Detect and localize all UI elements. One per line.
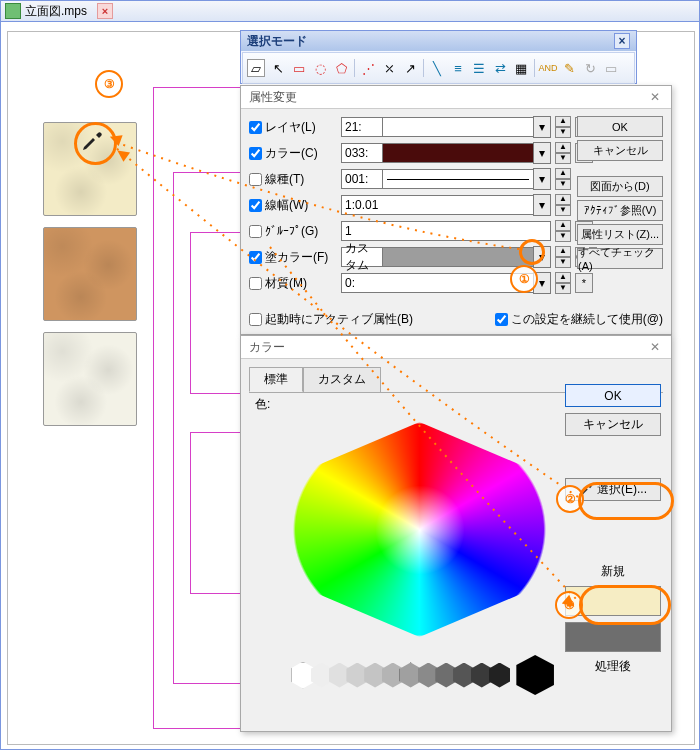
document-filename: 立面図.mps bbox=[25, 3, 87, 20]
fillcolor-checkbox[interactable]: 塗カラー(F) bbox=[249, 249, 337, 266]
active-ref-button[interactable]: ｱｸﾃｨﾌﾞ参照(V) bbox=[577, 200, 663, 221]
linewidth-combo[interactable]: 1:0.01▾ bbox=[341, 195, 551, 215]
mode-cross-icon[interactable]: ⤫ bbox=[381, 60, 397, 76]
mode-multi-icon[interactable]: ≡ bbox=[450, 60, 466, 76]
check-all-button[interactable]: すべてチェック(A) bbox=[577, 248, 663, 269]
color-value: 033: bbox=[341, 143, 382, 163]
attr-footer: 起動時にアクティブ属性(B) この設定を継続して使用(@) bbox=[249, 311, 663, 328]
color-label: 色: bbox=[255, 396, 270, 413]
mode-hatch-icon[interactable]: ▦ bbox=[513, 60, 529, 76]
fillcolor-spinner[interactable]: ▲▼ bbox=[555, 246, 571, 268]
ok-button[interactable]: OK bbox=[565, 384, 661, 407]
mode-redo-icon[interactable]: ↻ bbox=[582, 60, 598, 76]
linewidth-value: 1:0.01 bbox=[341, 195, 533, 215]
mode-select-icon[interactable]: ▭ bbox=[603, 60, 619, 76]
close-icon[interactable]: × bbox=[614, 33, 630, 49]
close-icon[interactable]: ✕ bbox=[647, 89, 663, 105]
material-swatch-terracotta[interactable] bbox=[43, 227, 137, 321]
color-combo[interactable]: 033:▾ bbox=[341, 143, 551, 163]
linetype-combo[interactable]: 001:▾ bbox=[341, 169, 551, 189]
separator bbox=[423, 59, 424, 77]
doc-icon bbox=[5, 3, 21, 19]
linetype-checkbox[interactable]: 線種(T) bbox=[249, 171, 337, 188]
material-spinner[interactable]: ▲▼ bbox=[555, 272, 571, 294]
group-spinner[interactable]: ▲▼ bbox=[555, 220, 571, 242]
linewidth-spinner[interactable]: ▲▼ bbox=[555, 194, 571, 216]
group-checkbox[interactable]: ｸﾞﾙｰﾌﾟ(G) bbox=[249, 224, 337, 238]
mode-line-icon[interactable]: ╲ bbox=[429, 60, 445, 76]
wireframe bbox=[190, 232, 247, 394]
chevron-down-icon[interactable]: ▾ bbox=[533, 194, 551, 216]
persist-setting-checkbox[interactable]: この設定を継続して使用(@) bbox=[495, 311, 663, 328]
layer-spinner[interactable]: ▲▼ bbox=[555, 116, 571, 138]
attr-buttons: OK キャンセル 図面から(D) ｱｸﾃｨﾌﾞ参照(V) 属性リスト(Z)...… bbox=[577, 116, 663, 269]
chevron-down-icon[interactable]: ▾ bbox=[533, 142, 551, 164]
callout-ring-select bbox=[578, 482, 674, 520]
callout-ring-swatch bbox=[579, 585, 671, 625]
cancel-button[interactable]: キャンセル bbox=[565, 413, 661, 436]
color-dialog-titlebar: カラー ✕ bbox=[241, 336, 671, 359]
group-combo[interactable]: 1 bbox=[341, 221, 551, 241]
cancel-button[interactable]: キャンセル bbox=[577, 140, 663, 161]
color-label: カラー(C) bbox=[265, 145, 318, 162]
fillcolor-value: カスタム bbox=[341, 247, 382, 267]
mode-swap-icon[interactable]: ⇄ bbox=[492, 60, 508, 76]
material-swatch-white[interactable] bbox=[43, 332, 137, 426]
eyedropper-icon bbox=[80, 129, 104, 153]
tab-custom[interactable]: カスタム bbox=[303, 367, 381, 392]
from-drawing-button[interactable]: 図面から(D) bbox=[577, 176, 663, 197]
color-spinner[interactable]: ▲▼ bbox=[555, 142, 571, 164]
linetype-spinner[interactable]: ▲▼ bbox=[555, 168, 571, 190]
tab-standard[interactable]: 標準 bbox=[249, 367, 303, 392]
mode-arrow-icon[interactable]: ↖ bbox=[270, 60, 286, 76]
wireframe bbox=[190, 432, 247, 594]
ok-button[interactable]: OK bbox=[577, 116, 663, 137]
linetype-value: 001: bbox=[341, 169, 382, 189]
color-hex-panel bbox=[293, 422, 554, 682]
mode-poly-icon[interactable]: ⬠ bbox=[333, 60, 349, 76]
separator bbox=[534, 59, 535, 77]
current-label: 処理後 bbox=[565, 658, 661, 675]
mode-trace-icon[interactable]: ✎ bbox=[561, 60, 577, 76]
layer-combo[interactable]: 21:▾ bbox=[341, 117, 551, 137]
mode-node-icon[interactable]: ⋰ bbox=[360, 60, 376, 76]
select-mode-buttons: ▱ ↖ ▭ ◌ ⬠ ⋰ ⤫ ↗ ╲ ≡ ☰ ⇄ ▦ AND ✎ ↻ ▭ bbox=[242, 52, 635, 84]
color-hex-picker[interactable] bbox=[293, 422, 546, 637]
group-label: ｸﾞﾙｰﾌﾟ(G) bbox=[265, 224, 318, 238]
linewidth-checkbox[interactable]: 線幅(W) bbox=[249, 197, 337, 214]
linewidth-label: 線幅(W) bbox=[265, 197, 308, 214]
color-checkbox[interactable]: カラー(C) bbox=[249, 145, 337, 162]
color-dialog: カラー ✕ 標準 カスタム 色: OK キャンセル bbox=[240, 335, 672, 732]
mode-pointer-icon[interactable]: ▱ bbox=[247, 59, 265, 77]
mode-lasso-icon[interactable]: ◌ bbox=[312, 60, 328, 76]
callout-1: ① bbox=[510, 265, 538, 293]
group-value: 1 bbox=[341, 221, 551, 241]
mode-pick-icon[interactable]: ↗ bbox=[402, 60, 418, 76]
black-hex[interactable] bbox=[516, 655, 554, 695]
layer-checkbox[interactable]: レイヤ(L) bbox=[249, 119, 337, 136]
doc-close-icon[interactable]: × bbox=[97, 3, 113, 19]
attribute-change-dialog: 属性変更 ✕ レイヤ(L) 21:▾ ▲▼* 連続(R) カラー(C) 033:… bbox=[240, 85, 672, 335]
gray-scale-row[interactable] bbox=[293, 655, 554, 695]
callout-3: ③ bbox=[95, 70, 123, 98]
separator bbox=[354, 59, 355, 77]
chevron-down-icon[interactable]: ▾ bbox=[533, 168, 551, 190]
chevron-down-icon[interactable]: ▾ bbox=[533, 116, 551, 138]
startup-active-checkbox[interactable]: 起動時にアクティブ属性(B) bbox=[249, 311, 413, 328]
startup-active-label: 起動時にアクティブ属性(B) bbox=[265, 311, 413, 328]
color-dialog-title: カラー bbox=[249, 339, 285, 356]
mode-and-icon[interactable]: AND bbox=[540, 60, 556, 76]
select-mode-title: 選択モード bbox=[247, 33, 307, 50]
mode-rect-icon[interactable]: ▭ bbox=[291, 60, 307, 76]
layer-label: レイヤ(L) bbox=[265, 119, 316, 136]
close-icon[interactable]: ✕ bbox=[647, 339, 663, 355]
star-button[interactable]: * bbox=[575, 273, 593, 293]
linetype-label: 線種(T) bbox=[265, 171, 304, 188]
mode-bars-icon[interactable]: ☰ bbox=[471, 60, 487, 76]
swatch-current bbox=[565, 622, 661, 652]
callout-ring-c bbox=[519, 239, 545, 265]
material-checkbox[interactable]: 材質(M) bbox=[249, 275, 337, 292]
attr-list-button[interactable]: 属性リスト(Z)... bbox=[577, 224, 663, 245]
fillcolor-label: 塗カラー(F) bbox=[265, 249, 328, 266]
persist-setting-label: この設定を継続して使用(@) bbox=[511, 311, 663, 328]
